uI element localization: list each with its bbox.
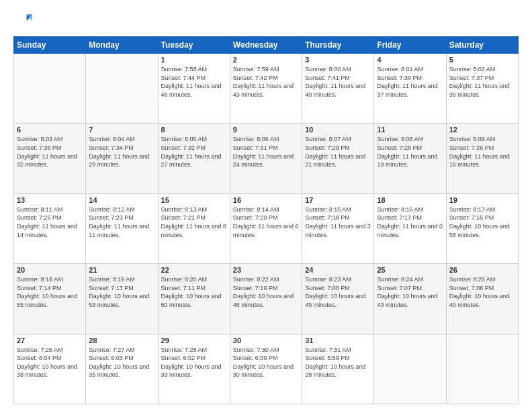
day-number: 5 (449, 56, 515, 64)
calendar-cell: 28Sunrise: 7:27 AMSunset: 6:03 PMDayligh… (86, 334, 158, 404)
calendar-cell: 1Sunrise: 7:58 AMSunset: 7:44 PMDaylight… (158, 54, 230, 124)
day-number: 16 (233, 196, 299, 204)
calendar-cell: 6Sunrise: 8:03 AMSunset: 7:36 PMDaylight… (14, 124, 86, 193)
header (13, 11, 519, 30)
calendar-cell: 5Sunrise: 8:02 AMSunset: 7:37 PMDaylight… (446, 54, 518, 124)
page: SundayMondayTuesdayWednesdayThursdayFrid… (0, 0, 532, 411)
week-row-5: 27Sunrise: 7:26 AMSunset: 6:04 PMDayligh… (14, 334, 519, 404)
day-info: Sunrise: 7:58 AMSunset: 7:44 PMDaylight:… (161, 65, 227, 99)
day-number: 13 (17, 196, 83, 204)
day-number: 8 (161, 126, 227, 134)
day-number: 7 (89, 126, 154, 134)
day-number: 24 (305, 266, 371, 274)
header-thursday: Thursday (302, 37, 374, 54)
day-number: 3 (305, 56, 371, 64)
day-info: Sunrise: 8:25 AMSunset: 7:06 PMDaylight:… (449, 275, 515, 309)
calendar-cell: 9Sunrise: 8:06 AMSunset: 7:31 PMDaylight… (230, 124, 302, 193)
day-number: 15 (161, 196, 227, 204)
day-number: 22 (161, 266, 227, 274)
day-info: Sunrise: 8:04 AMSunset: 7:34 PMDaylight:… (89, 135, 154, 169)
calendar-cell: 4Sunrise: 8:01 AMSunset: 7:39 PMDaylight… (374, 54, 446, 124)
day-info: Sunrise: 7:31 AMSunset: 5:59 PMDaylight:… (305, 346, 371, 379)
day-number: 17 (305, 196, 371, 204)
day-info: Sunrise: 7:28 AMSunset: 6:02 PMDaylight:… (161, 346, 227, 379)
day-number: 31 (305, 336, 371, 345)
week-row-1: 1Sunrise: 7:58 AMSunset: 7:44 PMDaylight… (14, 54, 519, 124)
calendar-cell: 17Sunrise: 8:15 AMSunset: 7:18 PMDayligh… (302, 193, 374, 263)
calendar-cell: 7Sunrise: 8:04 AMSunset: 7:34 PMDaylight… (86, 124, 158, 193)
day-number: 9 (233, 126, 299, 134)
calendar-cell: 27Sunrise: 7:26 AMSunset: 6:04 PMDayligh… (14, 334, 86, 404)
calendar-cell: 21Sunrise: 8:19 AMSunset: 7:13 PMDayligh… (86, 264, 158, 334)
calendar-cell: 24Sunrise: 8:23 AMSunset: 7:08 PMDayligh… (302, 264, 374, 334)
day-info: Sunrise: 8:07 AMSunset: 7:29 PMDaylight:… (305, 135, 371, 169)
day-number: 28 (89, 336, 154, 345)
day-number: 1 (161, 56, 227, 64)
calendar-cell: 16Sunrise: 8:14 AMSunset: 7:20 PMDayligh… (230, 193, 302, 263)
day-info: Sunrise: 8:24 AMSunset: 7:07 PMDaylight:… (377, 275, 443, 309)
calendar-cell: 8Sunrise: 8:05 AMSunset: 7:32 PMDaylight… (158, 124, 230, 193)
day-number: 19 (449, 196, 515, 204)
day-number: 27 (17, 336, 83, 345)
calendar-table: SundayMondayTuesdayWednesdayThursdayFrid… (13, 36, 519, 404)
day-info: Sunrise: 8:05 AMSunset: 7:32 PMDaylight:… (161, 135, 227, 169)
calendar-cell: 19Sunrise: 8:17 AMSunset: 7:15 PMDayligh… (446, 193, 518, 263)
day-info: Sunrise: 8:19 AMSunset: 7:13 PMDaylight:… (89, 275, 154, 309)
day-info: Sunrise: 8:11 AMSunset: 7:25 PMDaylight:… (17, 205, 83, 239)
day-info: Sunrise: 8:00 AMSunset: 7:41 PMDaylight:… (305, 65, 371, 99)
day-number: 23 (233, 266, 299, 274)
header-wednesday: Wednesday (230, 37, 302, 54)
day-number: 20 (17, 266, 83, 274)
day-info: Sunrise: 7:30 AMSunset: 6:00 PMDaylight:… (233, 346, 299, 379)
day-info: Sunrise: 8:20 AMSunset: 7:11 PMDaylight:… (161, 275, 227, 309)
calendar-cell: 20Sunrise: 8:18 AMSunset: 7:14 PMDayligh… (14, 264, 86, 334)
day-number: 26 (449, 266, 515, 274)
calendar-cell: 11Sunrise: 8:08 AMSunset: 7:28 PMDayligh… (374, 124, 446, 193)
calendar-cell: 3Sunrise: 8:00 AMSunset: 7:41 PMDaylight… (302, 54, 374, 124)
day-info: Sunrise: 8:12 AMSunset: 7:23 PMDaylight:… (89, 205, 154, 239)
header-saturday: Saturday (446, 37, 518, 54)
day-info: Sunrise: 7:27 AMSunset: 6:03 PMDaylight:… (89, 346, 154, 379)
header-sunday: Sunday (14, 37, 86, 54)
calendar-cell: 13Sunrise: 8:11 AMSunset: 7:25 PMDayligh… (14, 193, 86, 263)
calendar-cell: 12Sunrise: 8:09 AMSunset: 7:26 PMDayligh… (446, 124, 518, 193)
week-row-3: 13Sunrise: 8:11 AMSunset: 7:25 PMDayligh… (14, 193, 519, 263)
day-number: 18 (377, 196, 443, 204)
calendar-cell: 2Sunrise: 7:59 AMSunset: 7:42 PMDaylight… (230, 54, 302, 124)
day-number: 10 (305, 126, 371, 134)
day-info: Sunrise: 8:01 AMSunset: 7:39 PMDaylight:… (377, 65, 443, 99)
header-friday: Friday (374, 37, 446, 54)
calendar-cell: 18Sunrise: 8:16 AMSunset: 7:17 PMDayligh… (374, 193, 446, 263)
day-number: 6 (17, 126, 83, 134)
week-row-4: 20Sunrise: 8:18 AMSunset: 7:14 PMDayligh… (14, 264, 519, 334)
calendar-cell: 31Sunrise: 7:31 AMSunset: 5:59 PMDayligh… (302, 334, 374, 404)
calendar-cell: 25Sunrise: 8:24 AMSunset: 7:07 PMDayligh… (374, 264, 446, 334)
calendar-cell: 10Sunrise: 8:07 AMSunset: 7:29 PMDayligh… (302, 124, 374, 193)
calendar-cell: 30Sunrise: 7:30 AMSunset: 6:00 PMDayligh… (230, 334, 302, 404)
day-info: Sunrise: 8:09 AMSunset: 7:26 PMDaylight:… (449, 135, 515, 169)
day-number: 25 (377, 266, 443, 274)
day-number: 4 (377, 56, 443, 64)
day-number: 14 (89, 196, 154, 204)
day-info: Sunrise: 8:02 AMSunset: 7:37 PMDaylight:… (449, 65, 515, 99)
day-info: Sunrise: 8:18 AMSunset: 7:14 PMDaylight:… (17, 275, 83, 309)
header-tuesday: Tuesday (158, 37, 230, 54)
day-info: Sunrise: 8:22 AMSunset: 7:10 PMDaylight:… (233, 275, 299, 309)
day-info: Sunrise: 8:03 AMSunset: 7:36 PMDaylight:… (17, 135, 83, 169)
day-number: 11 (377, 126, 443, 134)
day-info: Sunrise: 8:17 AMSunset: 7:15 PMDaylight:… (449, 205, 515, 239)
day-info: Sunrise: 8:08 AMSunset: 7:28 PMDaylight:… (377, 135, 443, 169)
day-number: 30 (233, 336, 299, 345)
header-monday: Monday (86, 37, 158, 54)
calendar-cell (14, 54, 86, 124)
day-info: Sunrise: 8:13 AMSunset: 7:21 PMDaylight:… (161, 205, 227, 239)
calendar-cell (86, 54, 158, 124)
day-info: Sunrise: 7:26 AMSunset: 6:04 PMDaylight:… (17, 346, 83, 379)
calendar-cell: 29Sunrise: 7:28 AMSunset: 6:02 PMDayligh… (158, 334, 230, 404)
day-number: 12 (449, 126, 515, 134)
day-number: 2 (233, 56, 299, 64)
day-info: Sunrise: 8:16 AMSunset: 7:17 PMDaylight:… (377, 205, 443, 239)
calendar-cell: 23Sunrise: 8:22 AMSunset: 7:10 PMDayligh… (230, 264, 302, 334)
day-info: Sunrise: 8:06 AMSunset: 7:31 PMDaylight:… (233, 135, 299, 169)
day-info: Sunrise: 7:59 AMSunset: 7:42 PMDaylight:… (233, 65, 299, 99)
